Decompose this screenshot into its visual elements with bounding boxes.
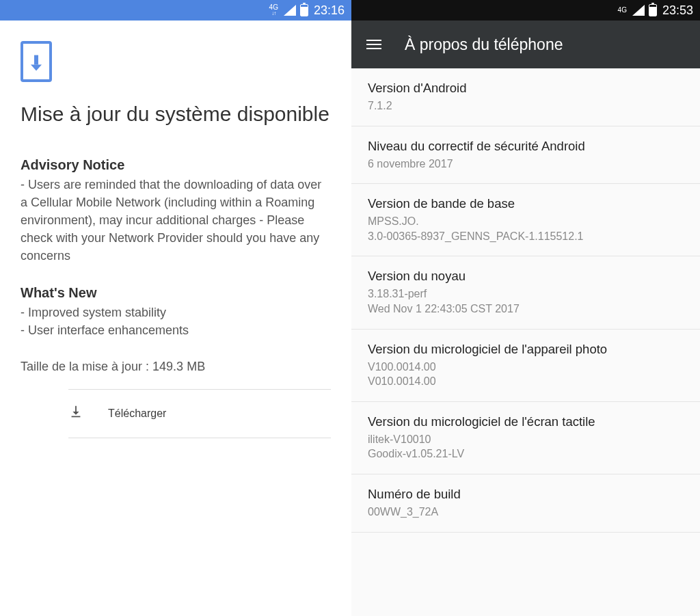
clock: 23:16	[314, 3, 345, 18]
download-update-icon	[21, 41, 52, 82]
signal-icon	[284, 5, 296, 16]
menu-icon[interactable]	[366, 37, 381, 52]
list-item-title: Version du micrologiciel de l'appareil p…	[368, 342, 684, 357]
list-item-value: 3.18.31-perf Wed Nov 1 22:43:05 CST 2017	[368, 286, 684, 316]
status-bar: 4G 23:53	[351, 0, 700, 21]
screen-about-phone: 4G 23:53 À propos du téléphone Version d…	[351, 0, 700, 616]
list-item-title: Version d'Android	[368, 81, 684, 96]
list-item-title: Version du micrologiciel de l'écran tact…	[368, 414, 684, 429]
list-item-title: Version du noyau	[368, 269, 684, 284]
advisory-body: - Users are reminded that the downloadin…	[21, 176, 331, 265]
list-item-value: ilitek-V10010 Goodix-v1.05.21-LV	[368, 432, 684, 461]
signal-icon	[632, 5, 645, 16]
list-item-title: Niveau du correctif de sécurité Android	[368, 139, 684, 154]
status-bar: 4G↓↑ 23:16	[0, 0, 351, 21]
list-item[interactable]: Version du noyau3.18.31-perf Wed Nov 1 2…	[351, 256, 700, 329]
list-item-value: 00WW_3_72A	[368, 505, 684, 520]
list-item-value: 6 novembre 2017	[368, 157, 684, 172]
update-size: Taille de la mise à jour : 149.3 MB	[21, 360, 331, 374]
network-indicator: 4G↓↑	[269, 4, 280, 16]
list-item[interactable]: Version du micrologiciel de l'appareil p…	[351, 330, 700, 402]
whats-new-body: - Improved system stability - User inter…	[21, 304, 331, 339]
list-item[interactable]: Niveau du correctif de sécurité Android6…	[351, 126, 700, 185]
app-bar: À propos du téléphone	[351, 21, 700, 68]
list-item-value: 7.1.2	[368, 98, 684, 113]
screen-system-update: 4G↓↑ 23:16 Mise à jour du système dispon…	[0, 0, 351, 616]
list-item-title: Numéro de build	[368, 487, 684, 502]
battery-icon	[300, 4, 308, 16]
download-button[interactable]: Télécharger	[68, 389, 331, 438]
download-icon	[68, 405, 83, 423]
appbar-title: À propos du téléphone	[405, 36, 563, 54]
whats-new-heading: What's New	[21, 285, 331, 301]
about-list[interactable]: Version d'Android7.1.2Niveau du correcti…	[351, 68, 700, 533]
list-item-value: V100.0014.00 V010.0014.00	[368, 360, 684, 389]
download-label: Télécharger	[108, 407, 166, 420]
page-title: Mise à jour du système disponible	[21, 101, 331, 127]
list-item[interactable]: Version de bande de baseMPSS.JO. 3.0-003…	[351, 184, 700, 256]
list-item[interactable]: Numéro de build00WW_3_72A	[351, 474, 700, 533]
list-item-value: MPSS.JO. 3.0-00365-8937_GENNS_PACK-1.115…	[368, 214, 684, 243]
list-item[interactable]: Version d'Android7.1.2	[351, 68, 700, 126]
battery-icon	[649, 4, 657, 16]
clock: 23:53	[662, 3, 693, 18]
advisory-heading: Advisory Notice	[21, 157, 331, 173]
network-indicator: 4G	[618, 7, 628, 14]
list-item-title: Version de bande de base	[368, 196, 684, 211]
list-item[interactable]: Version du micrologiciel de l'écran tact…	[351, 402, 700, 474]
